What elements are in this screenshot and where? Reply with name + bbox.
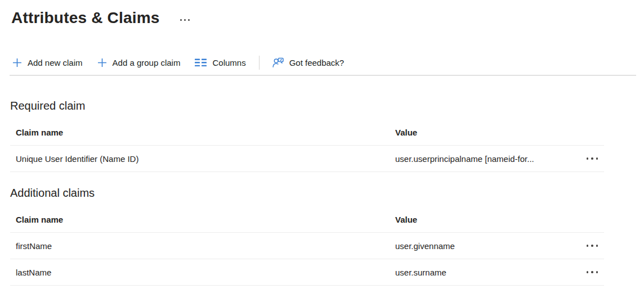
table-header-row: Claim name Value xyxy=(10,120,604,146)
columns-icon xyxy=(195,58,207,67)
required-claims-table: Claim name Value Unique User Identifier … xyxy=(10,120,604,172)
columns-button[interactable]: Columns xyxy=(187,53,253,72)
claim-value-cell: user.givenname xyxy=(395,241,573,251)
command-bar-divider xyxy=(10,75,636,76)
row-context-menu-button[interactable] xyxy=(585,269,600,276)
required-claim-section: Required claim Claim name Value Unique U… xyxy=(10,100,636,172)
claim-name-cell: lastName xyxy=(10,268,395,277)
got-feedback-button[interactable]: Got feedback? xyxy=(265,53,352,72)
ellipsis-horizontal-icon xyxy=(587,157,598,160)
column-header-claim-name: Claim name xyxy=(10,128,395,137)
column-header-claim-name: Claim name xyxy=(10,215,395,224)
ellipsis-horizontal-icon xyxy=(587,245,598,247)
toolbar-separator xyxy=(259,56,260,70)
table-row-lastname[interactable]: lastName user.surname xyxy=(10,259,604,286)
row-context-menu-button[interactable] xyxy=(585,242,600,249)
plus-icon xyxy=(97,58,107,67)
claim-value-cell: user.userprincipalname [nameid-for... xyxy=(395,154,573,164)
page-title: Attributes & Claims xyxy=(11,9,160,27)
claim-name-cell: Unique User Identifier (Name ID) xyxy=(10,154,395,164)
column-header-value: Value xyxy=(395,215,573,224)
additional-claims-section: Additional claims Claim name Value first… xyxy=(10,187,636,286)
columns-label: Columns xyxy=(212,58,245,67)
plus-icon xyxy=(12,58,22,67)
command-bar: Add new claim Add a group claim Columns xyxy=(10,53,636,72)
page-header: Attributes & Claims xyxy=(10,8,636,28)
claim-value-cell: user.surname xyxy=(395,268,573,277)
section-heading-additional-claims: Additional claims xyxy=(10,187,636,200)
add-group-claim-label: Add a group claim xyxy=(113,58,181,67)
table-row-firstname[interactable]: firstName user.givenname xyxy=(10,233,604,259)
row-context-menu-button[interactable] xyxy=(585,155,600,162)
attributes-claims-page: Attributes & Claims Add new claim Add a … xyxy=(0,0,644,286)
additional-claims-table: Claim name Value firstName user.givennam… xyxy=(10,207,604,286)
table-row-unique-user-identifier[interactable]: Unique User Identifier (Name ID) user.us… xyxy=(10,146,604,172)
add-group-claim-button[interactable]: Add a group claim xyxy=(90,53,188,72)
add-new-claim-label: Add new claim xyxy=(28,58,83,67)
ellipsis-horizontal-icon xyxy=(587,271,598,273)
feedback-person-icon xyxy=(272,57,284,68)
page-context-menu-button[interactable] xyxy=(178,16,192,21)
got-feedback-label: Got feedback? xyxy=(289,58,345,67)
claim-name-cell: firstName xyxy=(10,241,395,251)
section-heading-required-claim: Required claim xyxy=(10,100,636,112)
ellipsis-horizontal-icon xyxy=(180,19,190,21)
column-header-value: Value xyxy=(395,128,573,137)
table-header-row: Claim name Value xyxy=(10,207,604,233)
add-new-claim-button[interactable]: Add new claim xyxy=(11,53,90,72)
